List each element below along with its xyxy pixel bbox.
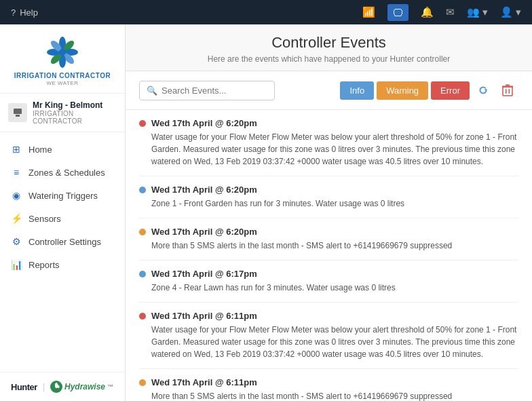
event-item: Wed 17th April @ 6:20pm Water usage for … [139, 110, 518, 176]
events-list: Wed 17th April @ 6:20pm Water usage for … [126, 110, 532, 401]
wifi-icon[interactable]: 📶 [362, 6, 375, 18]
refresh-icon [477, 84, 489, 96]
help-icon: ? [11, 7, 16, 18]
sidebar-footer: Hunter | Hydrawise ™ [0, 372, 125, 401]
sidebar-user-section: Mr King - Belmont Irrigation Contractor [0, 94, 125, 132]
event-body: Zone 1 - Front Garden has run for 3 minu… [139, 197, 518, 210]
top-navigation: ? Help 📶 🖵 🔔 ✉ 👥 ▾ 👤 ▾ [0, 0, 532, 24]
svg-rect-15 [509, 89, 510, 94]
sidebar-item-home[interactable]: ⊞ Home [0, 138, 125, 161]
user-info: Mr King - Belmont Irrigation Contractor [33, 100, 117, 125]
users-icon[interactable]: 👥 ▾ [467, 6, 488, 18]
search-box[interactable]: 🔍 [139, 81, 275, 100]
bell-icon[interactable]: 🔔 [421, 6, 434, 18]
company-name: IRRIGATION CONTRACTOR [14, 72, 111, 80]
sidebar-item-settings[interactable]: ⚙ Controller Settings [0, 230, 125, 253]
svg-rect-17 [506, 85, 510, 86]
svg-rect-9 [14, 109, 22, 114]
search-icon: 🔍 [147, 85, 157, 96]
refresh-button[interactable] [472, 79, 494, 101]
zones-icon: ≡ [11, 167, 22, 178]
svg-rect-13 [503, 87, 512, 96]
search-input[interactable] [162, 85, 267, 96]
sidebar-item-label: Home [28, 145, 52, 155]
sidebar-nav: ⊞ Home ≡ Zones & Schedules ◉ Watering Tr… [0, 132, 125, 372]
event-body: More than 5 SMS alerts in the last month… [139, 390, 518, 401]
content-area: Controller Events Here are the events wh… [126, 24, 532, 401]
filter-info-button[interactable]: Info [340, 81, 374, 100]
email-icon[interactable]: ✉ [446, 6, 455, 18]
logo-divider: | [43, 382, 45, 392]
event-dot [139, 313, 146, 320]
svg-point-8 [59, 49, 66, 56]
filter-error-button[interactable]: Error [431, 81, 470, 100]
user-icon[interactable]: 👤 ▾ [500, 6, 521, 18]
main-wrapper: IRRIGATION CONTRACTOR WE WATER Mr King -… [0, 24, 532, 401]
event-body: Zone 4 - Rear Lawn has run for 3 minutes… [139, 282, 518, 294]
event-header: Wed 17th April @ 6:11pm [139, 311, 518, 321]
page-subtitle: Here are the events which have happened … [139, 54, 518, 64]
event-time: Wed 17th April @ 6:11pm [151, 311, 257, 321]
delete-icon [502, 84, 513, 96]
event-header: Wed 17th April @ 6:17pm [139, 269, 518, 279]
event-header: Wed 17th April @ 6:20pm [139, 185, 518, 195]
sidebar-logo: IRRIGATION CONTRACTOR WE WATER [0, 24, 125, 94]
event-dot [139, 187, 146, 193]
event-item: Wed 17th April @ 6:11pm Water usage for … [139, 303, 518, 369]
event-time: Wed 17th April @ 6:17pm [151, 269, 257, 279]
event-header: Wed 17th April @ 6:20pm [139, 227, 518, 237]
sidebar-item-watering[interactable]: ◉ Watering Triggers [0, 184, 125, 207]
sidebar: IRRIGATION CONTRACTOR WE WATER Mr King -… [0, 24, 126, 401]
event-dot [139, 271, 146, 278]
brand-logo-icon [45, 35, 79, 69]
content-toolbar: 🔍 Info Warning Error [126, 71, 532, 110]
hunter-logo: Hunter [11, 382, 37, 392]
sidebar-item-sensors[interactable]: ⚡ Sensors [0, 207, 125, 230]
reports-icon: 📊 [11, 259, 22, 270]
delete-button[interactable] [497, 79, 518, 101]
filter-warning-button[interactable]: Warning [377, 81, 428, 100]
event-time: Wed 17th April @ 6:20pm [151, 118, 257, 128]
user-name: Mr King - Belmont [33, 100, 117, 110]
top-nav-icons: 📶 🖵 🔔 ✉ 👥 ▾ 👤 ▾ [362, 4, 521, 21]
event-time: Wed 17th April @ 6:20pm [151, 185, 257, 195]
hydrawise-trademark: ™ [107, 383, 113, 390]
top-nav-left: ? Help [11, 7, 38, 18]
event-item: Wed 17th April @ 6:20pm More than 5 SMS … [139, 218, 518, 261]
svg-rect-16 [502, 86, 513, 88]
event-body: Water usage for your Flow Meter Flow Met… [139, 131, 518, 168]
hydrawise-label: Hydrawise [64, 382, 105, 392]
watering-icon: ◉ [11, 190, 22, 201]
sidebar-item-label: Controller Settings [28, 237, 101, 247]
sensors-icon: ⚡ [11, 213, 22, 224]
content-header: Controller Events Here are the events wh… [126, 24, 532, 71]
company-tagline: WE WATER [46, 80, 78, 86]
event-dot [139, 379, 146, 386]
event-time: Wed 17th April @ 6:20pm [151, 227, 257, 237]
sidebar-item-label: Sensors [28, 214, 61, 224]
filter-buttons: Info Warning Error [340, 79, 518, 101]
event-item: Wed 17th April @ 6:20pm Zone 1 - Front G… [139, 176, 518, 218]
sidebar-item-label: Reports [28, 260, 60, 270]
sidebar-item-label: Watering Triggers [28, 191, 98, 201]
event-body: More than 5 SMS alerts in the last month… [139, 240, 518, 252]
sidebar-item-zones[interactable]: ≡ Zones & Schedules [0, 161, 125, 184]
event-dot [139, 229, 146, 235]
settings-icon: ⚙ [11, 236, 22, 247]
sidebar-item-reports[interactable]: 📊 Reports [0, 253, 125, 276]
page-title: Controller Events [139, 34, 518, 52]
event-item: Wed 17th April @ 6:17pm Zone 4 - Rear La… [139, 261, 518, 303]
user-avatar-icon [8, 103, 27, 122]
event-time: Wed 17th April @ 6:11pm [151, 377, 257, 387]
event-header: Wed 17th April @ 6:11pm [139, 377, 518, 387]
home-icon: ⊞ [11, 144, 22, 155]
event-body: Water usage for your Flow Meter Flow Met… [139, 324, 518, 360]
svg-rect-14 [506, 89, 507, 94]
event-header: Wed 17th April @ 6:20pm [139, 118, 518, 128]
display-icon[interactable]: 🖵 [387, 4, 408, 21]
event-dot [139, 120, 146, 127]
svg-rect-10 [16, 115, 20, 117]
help-label[interactable]: Help [20, 7, 38, 18]
user-role: Irrigation Contractor [33, 110, 117, 125]
hydrawise-logo: Hydrawise ™ [50, 381, 113, 393]
